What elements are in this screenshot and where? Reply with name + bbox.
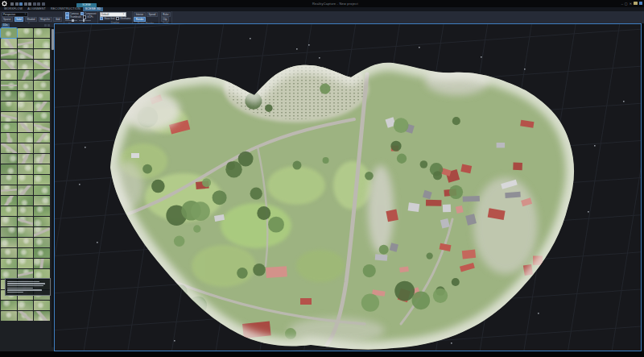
undo-icon[interactable]	[24, 2, 27, 6]
image-thumbnail[interactable]	[1, 164, 17, 174]
import-icon[interactable]	[33, 2, 36, 6]
image-thumbnail[interactable]	[1, 217, 17, 226]
slider-knob[interactable]	[83, 19, 85, 22]
image-thumbnail[interactable]	[34, 196, 50, 205]
layout-icon[interactable]	[639, 2, 643, 6]
image-thumbnail[interactable]	[34, 301, 50, 310]
export-icon[interactable]	[37, 2, 40, 6]
image-thumbnail[interactable]	[1, 196, 17, 205]
checkbox-wireframe[interactable]: Wireframe	[116, 17, 131, 21]
image-thumbnail[interactable]	[34, 39, 50, 48]
image-thumbnail[interactable]	[34, 49, 50, 59]
image-thumbnail[interactable]	[1, 301, 17, 310]
image-thumbnail[interactable]	[18, 28, 34, 38]
image-thumbnail[interactable]	[34, 185, 50, 195]
close-button[interactable]: ✕	[630, 2, 632, 6]
image-thumbnail[interactable]	[34, 60, 50, 69]
image-thumbnail[interactable]	[1, 28, 17, 38]
clip-button[interactable]: Clip	[161, 17, 169, 22]
image-thumbnail[interactable]	[34, 248, 50, 258]
maximize-button[interactable]: ▢	[625, 2, 628, 6]
image-thumbnail[interactable]	[18, 112, 34, 122]
image-thumbnail[interactable]	[1, 248, 17, 258]
image-thumbnail[interactable]	[34, 175, 50, 185]
image-thumbnail[interactable]	[18, 175, 34, 185]
grid-button[interactable]: Grid	[53, 17, 62, 22]
image-thumbnail[interactable]	[1, 49, 17, 59]
image-thumbnail[interactable]	[34, 164, 50, 174]
ribbon-slider[interactable]	[65, 20, 77, 21]
save-icon[interactable]	[19, 2, 23, 6]
image-thumbnail[interactable]	[34, 81, 50, 90]
image-thumbnail[interactable]	[34, 112, 50, 122]
image-thumbnail[interactable]	[18, 154, 34, 164]
new-icon[interactable]	[10, 2, 14, 6]
image-thumbnail[interactable]	[1, 143, 17, 153]
image-thumbnail[interactable]	[18, 122, 34, 132]
image-thumbnail[interactable]	[1, 122, 17, 132]
image-thumbnail[interactable]	[18, 133, 34, 143]
magnifier-button[interactable]: Magnifier	[39, 17, 52, 22]
image-thumbnail[interactable]	[34, 102, 50, 111]
image-thumbnail[interactable]	[18, 143, 34, 153]
image-thumbnail[interactable]	[34, 238, 50, 247]
image-thumbnail[interactable]	[18, 70, 34, 80]
image-thumbnail[interactable]	[18, 206, 34, 216]
image-thumbnail[interactable]	[1, 185, 17, 195]
image-thumbnail[interactable]	[34, 143, 50, 153]
image-thumbnail[interactable]	[1, 60, 17, 69]
image-thumbnail[interactable]	[34, 70, 50, 80]
shaded-button[interactable]: Shaded	[25, 17, 37, 22]
image-thumbnail[interactable]	[34, 311, 50, 321]
image-thumbnail[interactable]	[18, 196, 34, 205]
image-thumbnail[interactable]	[18, 311, 34, 321]
image-thumbnail[interactable]	[18, 301, 34, 310]
image-thumbnail[interactable]	[18, 49, 34, 59]
open-icon[interactable]	[15, 2, 19, 6]
image-thumbnail[interactable]	[18, 238, 34, 247]
image-thumbnail[interactable]	[18, 102, 34, 111]
image-thumbnail[interactable]	[18, 259, 34, 268]
image-thumbnail[interactable]	[1, 70, 17, 80]
image-thumbnail[interactable]	[34, 91, 50, 101]
image-thumbnail[interactable]	[1, 238, 17, 247]
image-thumbnail[interactable]	[34, 154, 50, 164]
image-thumbnail[interactable]	[34, 206, 50, 216]
image-thumbnail[interactable]	[1, 175, 17, 185]
image-thumbnail[interactable]	[18, 81, 34, 90]
ribbon-slider[interactable]	[79, 20, 91, 21]
image-thumbnail[interactable]	[1, 227, 17, 237]
image-thumbnail[interactable]	[1, 259, 17, 268]
image-thumbnail[interactable]	[1, 91, 17, 101]
render-button[interactable]: Render	[134, 17, 146, 22]
image-thumbnail[interactable]	[18, 60, 34, 69]
image-thumbnail[interactable]	[18, 39, 34, 48]
image-thumbnail[interactable]	[1, 102, 17, 111]
image-thumbnail[interactable]	[34, 122, 50, 132]
redo-icon[interactable]	[28, 2, 31, 6]
image-thumbnail[interactable]	[18, 227, 34, 237]
panel-filter-icon[interactable]	[47, 24, 50, 27]
checkbox-show-grid[interactable]: Show Grid	[100, 17, 115, 21]
image-thumbnail[interactable]	[34, 217, 50, 226]
panel-menu-icon[interactable]	[44, 24, 47, 27]
image-thumbnail[interactable]	[18, 185, 34, 195]
solid-button[interactable]: Solid	[14, 17, 24, 22]
image-thumbnail[interactable]	[1, 206, 17, 216]
image-thumbnail[interactable]	[18, 217, 34, 226]
images-view-tab[interactable]: 1Ds	[2, 23, 10, 27]
image-thumbnail[interactable]	[1, 154, 17, 164]
image-thumbnail[interactable]	[1, 311, 17, 321]
image-thumbnail[interactable]	[1, 81, 17, 90]
image-thumbnail[interactable]	[18, 248, 34, 258]
scene-mesh[interactable]	[55, 24, 641, 351]
sparse-button[interactable]: Sparse	[2, 17, 14, 22]
image-thumbnail[interactable]	[34, 133, 50, 143]
image-thumbnail[interactable]	[34, 259, 50, 268]
scene-3d-viewport[interactable]	[54, 23, 642, 351]
image-thumbnail[interactable]	[34, 227, 50, 237]
image-thumbnail[interactable]	[1, 39, 17, 48]
settings-icon[interactable]	[42, 2, 45, 6]
image-thumbnail[interactable]	[1, 133, 17, 143]
image-thumbnail[interactable]	[18, 91, 34, 101]
